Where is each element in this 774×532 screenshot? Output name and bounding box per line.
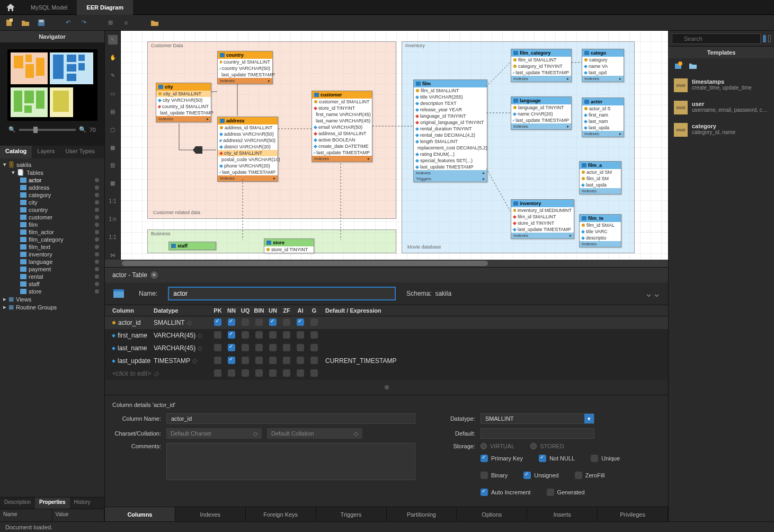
bottom-tab-partitioning[interactable]: Partitioning bbox=[387, 507, 457, 521]
table-name-input[interactable] bbox=[168, 287, 396, 300]
bottom-tab-inserts[interactable]: Inserts bbox=[527, 507, 598, 521]
new-file-icon[interactable] bbox=[4, 17, 15, 28]
check-primary-key[interactable]: Primary Key bbox=[481, 455, 523, 462]
table-film[interactable]: film film_id SMALLINT title VARCHAR(255)… bbox=[413, 79, 487, 182]
template-timestamps[interactable]: MWBtimestampscreate_time, update_time bbox=[669, 74, 774, 96]
table-address[interactable]: address address_id SMALLINT address VARC… bbox=[217, 117, 278, 182]
template-category[interactable]: MWBcategorycategory_id, name bbox=[669, 119, 774, 141]
hand-tool-icon[interactable]: ✋ bbox=[108, 53, 118, 63]
eer-canvas[interactable]: Customer Data Customer related data city… bbox=[121, 31, 668, 260]
table-film-actor[interactable]: film_a actor_id SM film_id SM last_upda … bbox=[579, 161, 621, 194]
tree-table-country[interactable]: country bbox=[0, 206, 104, 214]
tree-table-customer[interactable]: customer bbox=[0, 214, 104, 221]
tab-mysql-model[interactable]: MySQL Model bbox=[21, 0, 77, 15]
tree-table-film_text[interactable]: film_text bbox=[0, 243, 104, 251]
colname-input[interactable]: actor_id bbox=[166, 413, 415, 424]
desc-tab-history[interactable]: History bbox=[70, 498, 95, 509]
tree-table-film_actor[interactable]: film_actor bbox=[0, 228, 104, 236]
views-node[interactable]: ▸▦Views bbox=[0, 295, 104, 303]
tree-table-inventory[interactable]: inventory bbox=[0, 251, 104, 258]
redo-icon[interactable]: ↷ bbox=[78, 17, 89, 28]
tree-table-staff[interactable]: staff bbox=[0, 280, 104, 288]
tree-table-rental[interactable]: rental bbox=[0, 273, 104, 280]
grid-icon[interactable]: ⊞ bbox=[105, 17, 115, 28]
table-film-text[interactable]: film_te film_id SMAL title VARC descript… bbox=[579, 214, 621, 247]
table-store[interactable]: store store_id TINYINT bbox=[264, 238, 314, 253]
table-film-category[interactable]: film_category film_id SMALLINT category_… bbox=[511, 49, 572, 82]
check-zerofill[interactable]: ZeroFill bbox=[575, 472, 605, 479]
undo-icon[interactable]: ↶ bbox=[63, 17, 73, 28]
template-user[interactable]: MWBuserusername, email, password, cre... bbox=[669, 96, 774, 119]
table-category[interactable]: catego category name VA last_upd Indexes… bbox=[582, 49, 624, 82]
canvas-scrollbar[interactable] bbox=[105, 260, 668, 267]
routine-tool-icon[interactable]: ▩ bbox=[108, 179, 118, 188]
bottom-tab-foreign-keys[interactable]: Foreign Keys bbox=[246, 507, 316, 521]
tree-table-city[interactable]: city bbox=[0, 199, 104, 206]
check-auto-increment[interactable]: Auto Increment bbox=[481, 489, 531, 496]
layout-toggle-1[interactable] bbox=[763, 35, 766, 42]
image-tool-icon[interactable]: ▢ bbox=[108, 125, 118, 134]
home-button[interactable] bbox=[0, 0, 21, 15]
table-inventory[interactable]: inventory inventory_id MEDIUMINT film_id… bbox=[511, 199, 574, 239]
export-icon[interactable] bbox=[149, 17, 160, 28]
table-customer[interactable]: customer customer_id SMALLINT store_id T… bbox=[312, 91, 372, 162]
tree-table-actor[interactable]: actor bbox=[0, 176, 104, 184]
expand-editor-icon[interactable]: ⌄⌄ bbox=[645, 288, 661, 299]
catalog-tab-usertypes[interactable]: User Types bbox=[60, 146, 100, 158]
bottom-tab-columns[interactable]: Columns bbox=[105, 507, 175, 521]
bottom-tab-triggers[interactable]: Triggers bbox=[316, 507, 387, 521]
tree-table-film[interactable]: film bbox=[0, 221, 104, 228]
table-actor[interactable]: actor actor_id S first_nam last_nam last… bbox=[582, 97, 624, 137]
catalog-tab-catalog[interactable]: Catalog bbox=[0, 146, 32, 158]
routines-node[interactable]: ▸▦Routine Groups bbox=[0, 303, 104, 311]
column-row[interactable]: last_nameVARCHAR(45)◇ bbox=[105, 342, 668, 354]
template-new-icon[interactable] bbox=[674, 61, 683, 71]
layout-toggle-2[interactable] bbox=[768, 35, 771, 42]
bottom-tab-options[interactable]: Options bbox=[457, 507, 527, 521]
comments-textarea[interactable] bbox=[166, 443, 415, 480]
check-binary[interactable]: Binary bbox=[481, 472, 508, 479]
tables-node[interactable]: ▾📑Tables bbox=[0, 169, 104, 176]
template-folder-icon[interactable] bbox=[689, 61, 698, 71]
tree-table-film_category[interactable]: film_category bbox=[0, 236, 104, 243]
zoom-out-icon[interactable]: 🔍 bbox=[8, 126, 16, 133]
default-input[interactable] bbox=[481, 428, 594, 439]
resize-grip[interactable] bbox=[385, 385, 389, 389]
zoom-in-icon[interactable]: 🔍 bbox=[79, 126, 86, 133]
view-tool-icon[interactable]: ▥ bbox=[108, 161, 118, 170]
minimap[interactable]: 🔍 🔍 70 bbox=[0, 42, 104, 146]
tab-eer-diagram[interactable]: EER Diagram bbox=[77, 0, 133, 15]
search-input[interactable] bbox=[672, 33, 761, 44]
layer-tool-icon[interactable]: ▭ bbox=[108, 89, 118, 99]
catalog-tab-layers[interactable]: Layers bbox=[32, 146, 60, 158]
tree-table-address[interactable]: address bbox=[0, 184, 104, 191]
table-staff[interactable]: staff bbox=[168, 242, 216, 250]
column-row[interactable]: first_nameVARCHAR(45)◇ bbox=[105, 329, 668, 342]
tree-table-language[interactable]: language bbox=[0, 258, 104, 265]
check-unique[interactable]: Unique bbox=[591, 455, 620, 462]
zoom-slider[interactable] bbox=[19, 129, 76, 131]
bottom-tab-privileges[interactable]: Privileges bbox=[598, 507, 668, 521]
collation-select[interactable]: Default Collation◇ bbox=[267, 428, 362, 439]
column-row-new[interactable]: <click to edit> ◇ bbox=[105, 367, 668, 380]
catalog-tree[interactable]: ▾🗄sakila ▾📑Tables actoraddresscategoryci… bbox=[0, 158, 104, 497]
eraser-tool-icon[interactable]: ✎ bbox=[108, 71, 118, 81]
table-country[interactable]: country country_id SMALLINT country VARC… bbox=[217, 51, 273, 84]
check-generated[interactable]: Generated bbox=[547, 489, 585, 496]
table-tool-icon[interactable]: ▦ bbox=[108, 143, 118, 152]
check-unsigned[interactable]: Unsigned bbox=[523, 472, 558, 479]
rel-nm-icon[interactable]: ⋈ bbox=[108, 250, 118, 260]
note-tool-icon[interactable]: ▤ bbox=[108, 107, 118, 116]
align-icon[interactable]: ≡ bbox=[121, 17, 131, 28]
column-row[interactable]: last_updateTIMESTAMP◇CURRENT_TIMESTAMP bbox=[105, 354, 668, 367]
check-not-null[interactable]: Not NULL bbox=[539, 455, 575, 462]
radio-virtual[interactable]: VIRTUAL bbox=[481, 443, 514, 449]
pointer-tool-icon[interactable]: ↖ bbox=[108, 35, 118, 45]
tree-table-store[interactable]: store bbox=[0, 288, 104, 295]
rel-11-icon[interactable]: 1:1 bbox=[108, 197, 118, 206]
rel-11b-icon[interactable]: 1:1 bbox=[108, 232, 118, 242]
radio-stored[interactable]: STORED bbox=[530, 443, 564, 449]
bottom-tab-indexes[interactable]: Indexes bbox=[175, 507, 246, 521]
table-language[interactable]: language language_id TINYINT name CHAR(2… bbox=[511, 96, 572, 130]
schema-node[interactable]: ▾🗄sakila bbox=[0, 161, 104, 169]
